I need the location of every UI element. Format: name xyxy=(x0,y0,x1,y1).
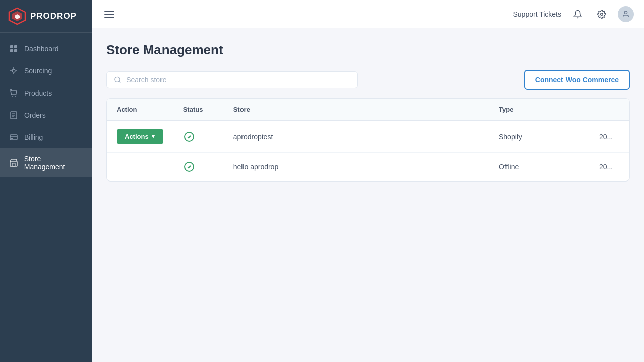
column-header-store: Store xyxy=(223,99,489,121)
column-header-status: Status xyxy=(173,99,223,121)
row-1-type-cell: Shopify xyxy=(489,121,589,153)
main-content: Support Tickets Sto xyxy=(92,0,644,362)
settings-button[interactable] xyxy=(594,6,610,22)
check-circle-icon xyxy=(183,131,195,143)
page-title: Store Management xyxy=(106,42,630,58)
sidebar-label-sourcing: Sourcing xyxy=(24,67,52,75)
row-1-date-cell: 20... xyxy=(589,121,629,153)
bell-icon xyxy=(573,10,582,19)
table-container: Action Status Store Type Actions ▾ xyxy=(106,98,630,182)
sidebar-label-orders: Orders xyxy=(24,111,46,119)
notifications-button[interactable] xyxy=(570,6,586,22)
sidebar-label-products: Products xyxy=(24,89,52,97)
column-header-date xyxy=(589,99,629,121)
gear-icon xyxy=(597,10,606,19)
status-active-icon xyxy=(183,131,213,143)
svg-rect-4 xyxy=(14,45,17,48)
svg-rect-5 xyxy=(10,49,13,52)
hamburger-line-1 xyxy=(104,11,114,12)
sidebar: PRODROP Dashboard Sourcing xyxy=(0,0,92,362)
user-icon xyxy=(622,10,630,18)
table-header-row: Action Status Store Type xyxy=(107,99,629,121)
header: Support Tickets xyxy=(92,0,644,28)
table-header: Action Status Store Type xyxy=(107,99,629,121)
svg-line-22 xyxy=(119,81,121,83)
stores-table: Action Status Store Type Actions ▾ xyxy=(107,99,629,181)
hamburger-line-3 xyxy=(104,17,114,18)
row-2-store-cell: hello aprodrop xyxy=(223,153,489,182)
actions-button-label: Actions xyxy=(125,133,149,140)
header-right: Support Tickets xyxy=(513,6,634,22)
svg-point-8 xyxy=(12,96,13,97)
table-row: hello aprodrop Offline 20... xyxy=(107,153,629,182)
billing-icon xyxy=(9,133,18,142)
sidebar-item-billing[interactable]: Billing xyxy=(0,126,92,148)
row-2-type-cell: Offline xyxy=(489,153,589,182)
svg-rect-16 xyxy=(11,138,13,139)
svg-point-9 xyxy=(15,96,16,97)
store-icon xyxy=(9,158,18,167)
column-header-action: Action xyxy=(107,99,173,121)
dashboard-icon xyxy=(9,44,18,53)
actions-button-row-1[interactable]: Actions ▾ xyxy=(117,129,163,144)
row-1-action-cell: Actions ▾ xyxy=(107,121,173,153)
products-icon xyxy=(9,88,18,98)
hamburger-line-2 xyxy=(104,14,114,15)
row-2-status-cell xyxy=(173,153,223,182)
check-circle-icon-2 xyxy=(183,161,195,173)
table-body: Actions ▾ aprodr xyxy=(107,121,629,182)
row-2-date-cell: 20... xyxy=(589,153,629,182)
orders-icon xyxy=(9,111,18,120)
status-active-icon-2 xyxy=(183,161,213,173)
support-tickets-link[interactable]: Support Tickets xyxy=(513,10,562,18)
sidebar-label-billing: Billing xyxy=(24,133,43,141)
page-content: Store Management Connect Woo Commerce Ac… xyxy=(92,28,644,362)
svg-point-21 xyxy=(115,77,120,82)
sidebar-item-dashboard[interactable]: Dashboard xyxy=(0,38,92,60)
svg-rect-18 xyxy=(12,163,15,166)
prodrop-logo-icon xyxy=(8,7,26,25)
search-box xyxy=(106,71,358,88)
column-header-type: Type xyxy=(489,99,589,121)
svg-rect-3 xyxy=(10,45,13,48)
sidebar-label-store-management: Store Management xyxy=(24,155,83,171)
row-1-store-cell: aprodroptest xyxy=(223,121,489,153)
svg-point-7 xyxy=(12,69,15,72)
sidebar-nav: Dashboard Sourcing Products xyxy=(0,33,92,177)
row-2-action-cell xyxy=(107,153,173,182)
sidebar-item-sourcing[interactable]: Sourcing xyxy=(0,60,92,82)
svg-point-19 xyxy=(601,13,603,15)
hamburger-button[interactable] xyxy=(102,9,116,20)
chevron-down-icon: ▾ xyxy=(152,133,155,140)
search-icon xyxy=(114,76,121,84)
toolbar: Connect Woo Commerce xyxy=(106,70,630,90)
search-input[interactable] xyxy=(126,76,350,84)
table-row: Actions ▾ aprodr xyxy=(107,121,629,153)
logo-container: PRODROP xyxy=(0,0,92,33)
svg-rect-14 xyxy=(10,135,17,140)
sidebar-item-products[interactable]: Products xyxy=(0,82,92,104)
sourcing-icon xyxy=(9,66,18,75)
svg-rect-6 xyxy=(14,49,17,52)
connect-woo-commerce-button[interactable]: Connect Woo Commerce xyxy=(524,70,630,90)
sidebar-item-orders[interactable]: Orders xyxy=(0,104,92,126)
row-1-status-cell xyxy=(173,121,223,153)
user-avatar[interactable] xyxy=(618,6,634,22)
sidebar-item-store-management[interactable]: Store Management xyxy=(0,148,92,177)
sidebar-label-dashboard: Dashboard xyxy=(24,45,59,53)
logo-text: PRODROP xyxy=(30,11,77,21)
svg-point-20 xyxy=(624,11,627,14)
svg-rect-17 xyxy=(10,162,17,166)
header-left xyxy=(102,9,116,20)
